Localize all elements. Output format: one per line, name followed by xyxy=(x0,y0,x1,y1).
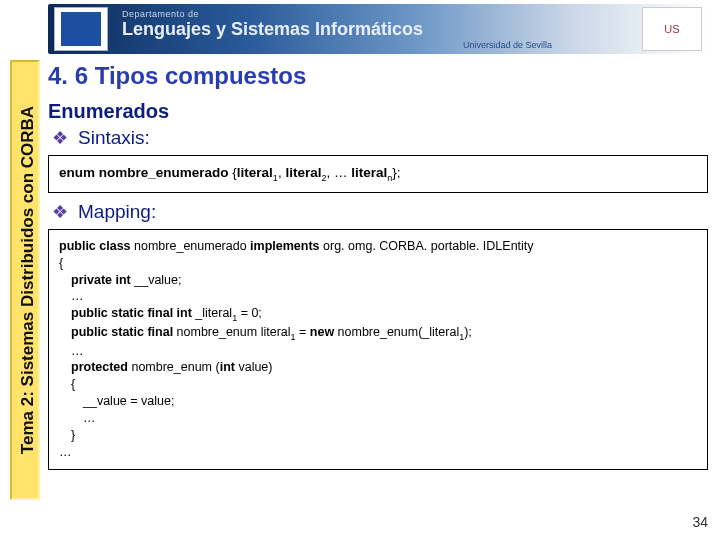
mapping-codebox: public class nombre_enumerado implements… xyxy=(48,229,708,470)
ellip: , … xyxy=(326,165,351,180)
map-line-13: … xyxy=(59,444,697,461)
dept-logo-inner xyxy=(61,12,101,46)
bullet-syntax-label: Sintaxis: xyxy=(78,127,150,149)
literal2: literal xyxy=(285,165,321,180)
map-line-5: public static final int _literal1 = 0; xyxy=(59,305,697,324)
map-line-6: public static final nombre_enum literal1… xyxy=(59,324,697,343)
map-line-1: public class nombre_enumerado implements… xyxy=(59,238,697,255)
sidebar-label: Tema 2: Sistemas Distribuidos con CORBA xyxy=(18,60,38,500)
bullet-mapping-label: Mapping: xyxy=(78,201,156,223)
map-line-9: { xyxy=(59,376,697,393)
slide-subtitle: Enumerados xyxy=(48,100,708,123)
slide-title: 4. 6 Tipos compuestos xyxy=(48,62,708,90)
map-line-11: … xyxy=(59,410,697,427)
map-line-7: … xyxy=(59,343,697,360)
literaln: literal xyxy=(351,165,387,180)
banner-uni: Universidad de Sevilla xyxy=(122,40,642,50)
page-number: 34 xyxy=(692,514,708,530)
sidebar-strip: Tema 2: Sistemas Distribuidos con CORBA xyxy=(10,60,40,500)
banner-main: Lenguajes y Sistemas Informáticos xyxy=(122,19,642,40)
map-line-3: private int __value; xyxy=(59,272,697,289)
literal1: literal xyxy=(237,165,273,180)
slide-content: 4. 6 Tipos compuestos Enumerados ❖ Sinta… xyxy=(48,62,708,470)
banner-dept: Departamento de xyxy=(122,9,642,19)
map-line-2: { xyxy=(59,255,697,272)
bullet-mapping: ❖ Mapping: xyxy=(52,201,708,223)
bullet-syntax: ❖ Sintaxis: xyxy=(52,127,708,149)
kw-enum: enum xyxy=(59,165,95,180)
diamond-bullet-icon: ❖ xyxy=(52,201,68,223)
syntax-codebox: enum nombre_enumerado {literal1, literal… xyxy=(48,155,708,193)
header-banner: Departamento de Lenguajes y Sistemas Inf… xyxy=(48,4,708,54)
close-brace: }; xyxy=(392,165,400,180)
map-line-8: protected nombre_enum (int value) xyxy=(59,359,697,376)
map-line-12: } xyxy=(59,427,697,444)
dept-logo xyxy=(54,7,108,51)
diamond-bullet-icon: ❖ xyxy=(52,127,68,149)
open-brace: { xyxy=(229,165,237,180)
map-line-4: … xyxy=(59,288,697,305)
enum-name: nombre_enumerado xyxy=(99,165,229,180)
banner-text: Departamento de Lenguajes y Sistemas Inf… xyxy=(114,9,642,50)
uni-shield-icon: US xyxy=(642,7,702,51)
map-line-10: __value = value; xyxy=(59,393,697,410)
